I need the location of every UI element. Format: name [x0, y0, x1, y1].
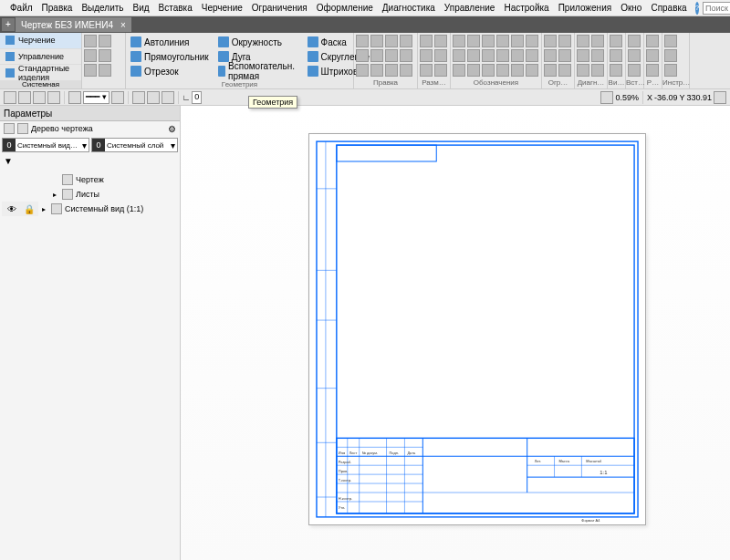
tool-segment[interactable]: Отрезок — [128, 64, 212, 78]
ed-icon[interactable] — [400, 49, 412, 62]
expand-icon[interactable]: ▸ — [42, 205, 51, 213]
menu-window[interactable]: Окно — [616, 3, 646, 13]
tree-collapse-icon[interactable] — [4, 123, 15, 134]
an-icon[interactable] — [526, 64, 538, 77]
vw-icon[interactable] — [610, 35, 622, 47]
coord-icon[interactable] — [714, 91, 726, 104]
layer-selector[interactable]: 0 Системный слой ▾ — [91, 138, 178, 152]
menu-select[interactable]: Выделить — [77, 3, 128, 13]
ed-icon[interactable] — [400, 64, 412, 77]
linetype-icon[interactable] — [68, 91, 81, 104]
in-icon[interactable] — [628, 35, 641, 47]
funnel-icon[interactable]: ▼ — [4, 156, 15, 167]
menu-file[interactable]: Файл — [5, 3, 37, 13]
drawing-canvas[interactable]: Изм Лист № докум. Подп. Дата Разраб. Про… — [181, 106, 730, 560]
an-icon[interactable] — [482, 35, 495, 47]
ed-icon[interactable] — [370, 35, 383, 47]
prop-icon[interactable] — [47, 91, 60, 104]
an-icon[interactable] — [511, 35, 524, 47]
menu-edit[interactable]: Правка — [37, 3, 78, 13]
ed-icon[interactable] — [385, 64, 398, 77]
ed-icon[interactable] — [400, 35, 412, 47]
an-icon[interactable] — [453, 49, 465, 62]
an-icon[interactable] — [453, 64, 465, 77]
prop-icon[interactable] — [33, 91, 46, 104]
help-icon[interactable]: ? — [695, 2, 699, 15]
menu-management[interactable]: Управление — [440, 3, 500, 13]
dg-icon[interactable] — [577, 35, 589, 47]
angle-value[interactable]: 0 — [192, 91, 202, 104]
dg-icon[interactable] — [591, 49, 604, 62]
new-icon[interactable] — [84, 35, 97, 47]
an-icon[interactable] — [511, 64, 524, 77]
an-icon[interactable] — [526, 35, 538, 47]
menu-insert[interactable]: Вставка — [154, 3, 197, 13]
tool-rectangle[interactable]: Прямоугольник — [128, 49, 212, 64]
cn-icon[interactable] — [558, 64, 571, 77]
line-style-combo[interactable]: ━━━ ▾ — [83, 91, 110, 104]
params-panel-tab[interactable]: Параметры — [0, 106, 180, 121]
tool-circle[interactable]: Окружность — [215, 35, 301, 49]
menu-formatting[interactable]: Оформление — [312, 3, 378, 13]
is-icon[interactable] — [664, 49, 677, 62]
an-icon[interactable] — [482, 64, 495, 77]
an-icon[interactable] — [482, 49, 495, 62]
an-icon[interactable] — [467, 35, 480, 47]
tool-autoline[interactable]: Автолиния — [128, 35, 212, 49]
mode-management[interactable]: Управление — [0, 49, 81, 66]
tab-close-icon[interactable]: × — [120, 20, 126, 30]
cn-icon[interactable] — [544, 64, 557, 77]
prop-icon[interactable] — [4, 91, 16, 104]
ed-icon[interactable] — [370, 49, 383, 62]
menu-view[interactable]: Вид — [129, 3, 154, 13]
ed-icon[interactable] — [385, 35, 398, 47]
cn-icon[interactable] — [558, 35, 571, 47]
r-icon[interactable] — [646, 35, 659, 47]
gear-icon[interactable]: ⚙ — [168, 124, 176, 134]
new-tab-button[interactable]: + — [2, 18, 15, 31]
in-icon[interactable] — [628, 49, 641, 62]
undo-icon[interactable] — [84, 64, 97, 77]
eye-icon[interactable]: 👁 — [7, 204, 16, 214]
r-icon[interactable] — [646, 64, 659, 77]
document-tab[interactable]: Чертеж БЕЗ ИМЕНИ4 × — [16, 17, 131, 32]
snap-icon[interactable] — [132, 91, 145, 104]
ed-icon[interactable] — [356, 35, 369, 47]
is-icon[interactable] — [664, 64, 677, 77]
cn-icon[interactable] — [558, 49, 571, 62]
ed-icon[interactable] — [356, 64, 369, 77]
vw-icon[interactable] — [610, 64, 622, 77]
tool-auxline[interactable]: Вспомогательн. прямая — [215, 64, 301, 78]
ed-icon[interactable] — [385, 49, 398, 62]
paint-icon[interactable] — [111, 91, 124, 104]
ed-icon[interactable] — [370, 64, 383, 77]
command-search-input[interactable] — [703, 2, 730, 15]
chevron-down-icon[interactable]: ▾ — [79, 140, 89, 150]
tree-node-system-view[interactable]: ▸Системный вид (1:1) — [38, 202, 178, 216]
open-icon[interactable] — [99, 35, 111, 47]
menu-help[interactable]: Справка — [646, 3, 691, 13]
an-icon[interactable] — [511, 49, 524, 62]
menu-draft[interactable]: Черчение — [197, 3, 247, 13]
is-icon[interactable] — [664, 35, 677, 47]
mode-drafting[interactable]: Черчение — [0, 33, 81, 49]
dim-icon[interactable] — [420, 64, 433, 77]
grid-icon[interactable] — [147, 91, 160, 104]
dg-icon[interactable] — [591, 64, 604, 77]
an-icon[interactable] — [453, 35, 465, 47]
print-icon[interactable] — [99, 49, 111, 62]
lock-icon[interactable]: 🔒 — [24, 204, 33, 214]
cn-icon[interactable] — [544, 49, 557, 62]
dim-icon[interactable] — [420, 35, 433, 47]
dim-icon[interactable] — [434, 35, 447, 47]
prop-icon[interactable] — [18, 91, 31, 104]
ortho-icon[interactable] — [162, 91, 174, 104]
ed-icon[interactable] — [356, 49, 369, 62]
menu-constraints[interactable]: Ограничения — [247, 3, 312, 13]
dim-icon[interactable] — [420, 49, 433, 62]
tree-node-drawing[interactable]: Чертеж — [38, 172, 178, 187]
dg-icon[interactable] — [577, 64, 589, 77]
zoom-icon[interactable] — [600, 91, 613, 104]
menu-settings[interactable]: Настройка — [499, 3, 553, 13]
dim-icon[interactable] — [434, 64, 447, 77]
